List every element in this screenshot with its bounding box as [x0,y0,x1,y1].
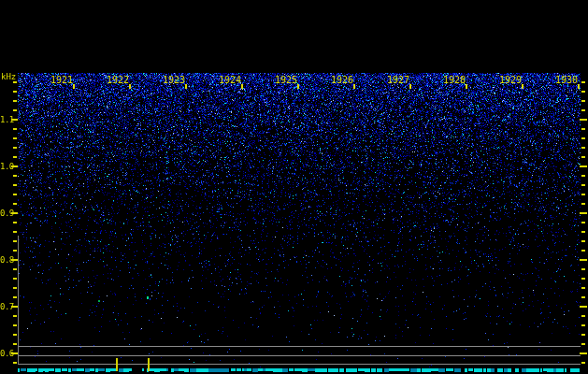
freq-axis-line [18,236,19,364]
freq-major-tick [580,306,587,308]
freq-major-tick [580,165,587,167]
freq-major-tick [11,119,18,121]
freq-minor-tick [13,184,17,186]
freq-minor-tick [13,343,17,345]
time-tick-mark [73,84,75,89]
time-tick-mark [297,84,299,89]
time-tick-mark [578,84,580,89]
freq-major-tick [11,352,18,354]
freq-major-tick [580,259,587,261]
freq-major-tick [580,352,587,354]
freq-minor-tick [581,203,585,205]
freq-minor-tick [13,128,17,130]
freq-minor-tick [581,250,585,252]
freq-minor-tick [581,147,585,149]
time-tick-label: 1927 [385,75,409,85]
freq-minor-tick [13,109,17,111]
freq-minor-tick [13,222,17,223]
freq-minor-tick [581,296,585,298]
freq-minor-tick [581,91,585,93]
freq-minor-tick [581,362,585,364]
freq-minor-tick [13,100,17,102]
freq-minor-tick [581,240,585,242]
time-tick-mark [185,84,187,89]
time-tick-label: 1926 [329,75,353,85]
level-line-upper [18,346,581,347]
freq-major-tick [11,306,18,308]
freq-minor-tick [581,334,585,336]
time-tick-label: 1930 [553,75,578,85]
time-tick-label: 1924 [217,75,241,85]
freq-minor-tick [581,278,585,280]
freq-minor-tick [13,231,17,233]
freq-axis-unit-label: kHz [1,72,16,81]
freq-minor-tick [581,100,585,102]
freq-minor-tick [13,250,17,252]
time-tick-mark [466,84,467,89]
time-tick-mark [409,84,411,89]
freq-major-tick [11,212,18,214]
freq-minor-tick [581,137,585,139]
freq-minor-tick [13,278,17,280]
freq-minor-tick [13,137,17,139]
freq-major-tick [11,259,18,261]
time-tick-label: 1929 [497,75,522,85]
freq-minor-tick [13,175,17,177]
freq-minor-tick [13,81,17,83]
meteor-counter-mark-1 [116,358,118,371]
time-tick-mark [129,84,131,89]
time-tick-mark [522,84,523,89]
time-tick-label: 1928 [441,75,466,85]
freq-minor-tick [13,240,17,242]
freq-minor-tick [581,194,585,195]
hrofft-screen: H R O F F T 1.0.0 0702231920.png meteor … [0,0,588,374]
freq-minor-tick [581,128,585,130]
freq-minor-tick [581,175,585,177]
time-tick-label: 1922 [105,75,129,85]
level-line-lower [18,364,581,365]
freq-minor-tick [581,156,585,158]
freq-minor-tick [581,81,585,83]
freq-minor-tick [581,184,585,186]
freq-minor-tick [13,362,17,364]
freq-minor-tick [13,296,17,298]
meteor-counter-mark-2 [148,358,150,371]
freq-minor-tick [13,147,17,149]
spectrogram-noise-canvas [0,0,588,374]
time-tick-label: 1925 [273,75,297,85]
freq-minor-tick [581,109,585,111]
freq-minor-tick [13,91,17,93]
time-tick-mark [241,84,243,89]
meteor-echo-dot-1 [98,300,100,302]
meteor-echo-dot-2 [147,296,149,299]
freq-minor-tick [13,203,17,205]
freq-minor-tick [581,287,585,289]
level-line-middle [18,355,581,356]
freq-minor-tick [581,324,585,326]
freq-major-tick [11,165,18,167]
freq-major-tick [580,119,587,121]
freq-minor-tick [13,287,17,289]
freq-major-tick [580,212,587,214]
freq-minor-tick [581,315,585,317]
freq-minor-tick [13,194,17,195]
freq-minor-tick [13,324,17,326]
time-tick-label: 1921 [49,75,73,85]
time-tick-label: 1923 [161,75,185,85]
freq-minor-tick [13,315,17,317]
freq-minor-tick [13,334,17,336]
time-tick-mark [353,84,355,89]
freq-minor-tick [13,156,17,158]
freq-minor-tick [13,268,17,270]
freq-minor-tick [581,231,585,233]
freq-minor-tick [581,343,585,345]
freq-minor-tick [581,268,585,270]
freq-minor-tick [581,222,585,223]
